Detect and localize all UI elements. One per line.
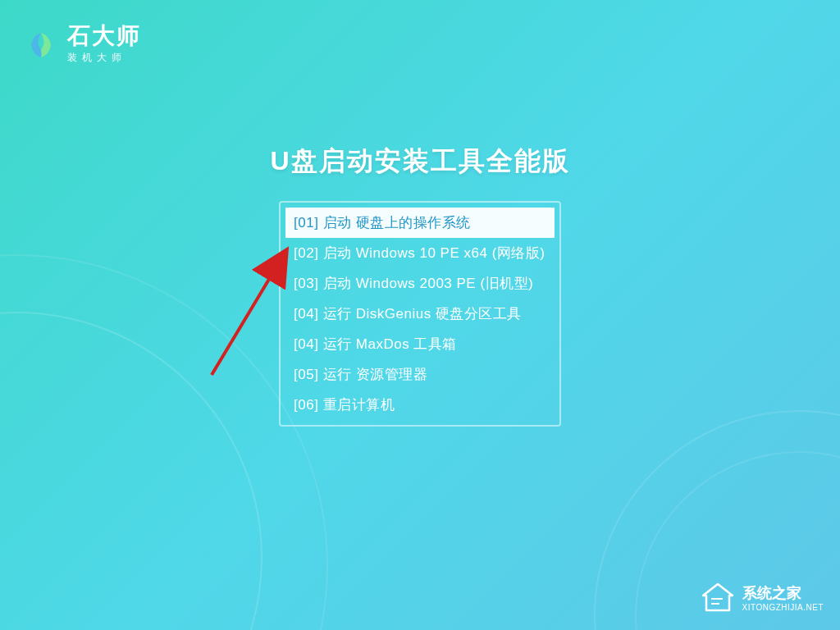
menu-item-boot-win10pe[interactable]: [02] 启动 Windows 10 PE x64 (网络版) — [285, 238, 555, 268]
logo-title: 石大师 — [67, 25, 141, 48]
watermark: 系统之家 XITONGZHIJIA.NET — [700, 579, 824, 615]
boot-menu: [01] 启动 硬盘上的操作系统 [02] 启动 Windows 10 PE x… — [279, 201, 561, 427]
menu-item-reboot[interactable]: [06] 重启计算机 — [285, 390, 555, 420]
logo-icon — [25, 29, 57, 62]
watermark-title: 系统之家 — [742, 583, 824, 603]
menu-item-boot-hdd[interactable]: [01] 启动 硬盘上的操作系统 — [285, 208, 555, 238]
logo-text: 石大师 装机大师 — [67, 25, 141, 65]
watermark-subtitle: XITONGZHIJIA.NET — [742, 603, 824, 612]
menu-item-boot-win2003pe[interactable]: [03] 启动 Windows 2003 PE (旧机型) — [285, 268, 555, 299]
menu-item-run-maxdos[interactable]: [04] 运行 MaxDos 工具箱 — [285, 329, 555, 359]
watermark-icon — [700, 579, 736, 615]
menu-item-run-explorer[interactable]: [05] 运行 资源管理器 — [285, 359, 555, 390]
page-title: U盘启动安装工具全能版 — [270, 144, 569, 180]
logo-subtitle: 装机大师 — [67, 51, 141, 65]
watermark-text: 系统之家 XITONGZHIJIA.NET — [742, 583, 824, 612]
logo: 石大师 装机大师 — [25, 25, 141, 65]
menu-item-run-diskgenius[interactable]: [04] 运行 DiskGenius 硬盘分区工具 — [285, 299, 555, 329]
